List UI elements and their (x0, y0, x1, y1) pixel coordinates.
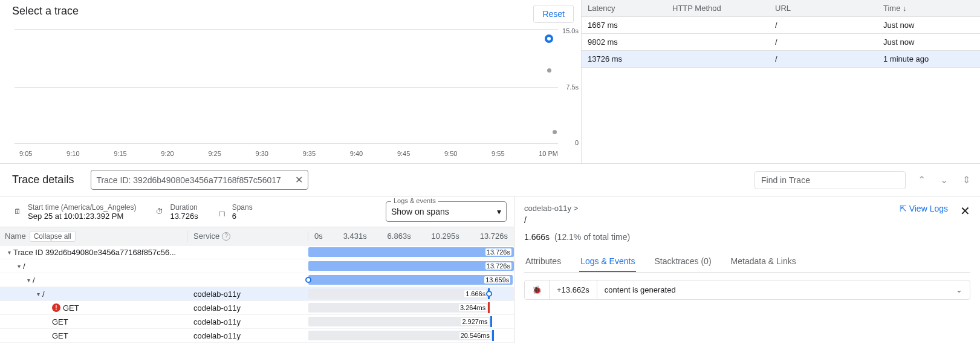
span-duration-bar[interactable]: 3.264ms (308, 303, 489, 313)
span-row[interactable]: ▾ /codelab-o11y1.666s (0, 287, 514, 301)
expand-icon[interactable]: ⇕ (960, 172, 973, 188)
span-name-text: GET (52, 331, 68, 340)
span-row[interactable]: ▾ /13.726s (0, 259, 514, 273)
tab-stacktraces[interactable]: Stacktraces (0) (653, 251, 712, 272)
span-name-text: Trace ID 392d6b49080e3456a77168f857c56..… (13, 248, 176, 257)
expand-toggle-icon[interactable]: ▾ (24, 277, 33, 284)
span-name-text: GET (52, 317, 68, 326)
chart-title: Select a trace (12, 5, 79, 18)
find-next-icon[interactable]: ⌄ (938, 172, 950, 188)
x-axis: 9:05 9:10 9:15 9:20 9:25 9:30 9:35 9:40 … (19, 150, 558, 157)
col-time[interactable]: Time ↓ (877, 4, 980, 13)
span-name-text: / (42, 290, 45, 299)
external-link-icon: ⇱ (900, 204, 907, 213)
col-http-method[interactable]: HTTP Method (666, 4, 769, 13)
y-axis-label: 15.0s (562, 27, 579, 34)
span-name-text: / (33, 276, 35, 285)
event-dot-icon (486, 291, 492, 297)
table-row[interactable]: 9802 ms / Just now (582, 34, 980, 51)
span-end-tick (490, 316, 492, 327)
trace-id-input[interactable]: Trace ID: 392d6b49080e3456a77168f857c560… (91, 170, 308, 190)
sort-arrow-down-icon: ↓ (903, 4, 907, 13)
find-prev-icon[interactable]: ⌃ (915, 172, 928, 188)
collapse-all-button[interactable]: Collapse all (30, 231, 76, 242)
span-row[interactable]: !GETcodelab-o11y3.264ms (0, 301, 514, 315)
span-end-tick (492, 330, 494, 341)
span-service: codelab-o11y (187, 303, 308, 313)
span-row[interactable]: ▾ Trace ID 392d6b49080e3456a77168f857c56… (0, 245, 514, 259)
spans-tree-icon: ┌┐ (216, 206, 227, 217)
reset-button[interactable]: Reset (533, 5, 574, 23)
chevron-down-icon[interactable]: ⌄ (949, 280, 970, 299)
log-message: content is generated (597, 280, 949, 299)
trace-point-selected[interactable] (545, 34, 553, 43)
col-latency[interactable]: Latency (582, 4, 666, 13)
span-details-panel: codelab-o11y > / ⇱ View Logs ✕ 1.666s (1… (514, 196, 980, 343)
span-duration-bar[interactable]: 13.726s (308, 247, 514, 257)
span-row[interactable]: GETcodelab-o11y2.927ms (0, 315, 514, 329)
span-service: codelab-o11y (187, 317, 308, 326)
help-icon[interactable]: ? (222, 232, 230, 241)
view-logs-link[interactable]: ⇱ View Logs (900, 204, 948, 213)
span-duration-percent: (12.1% of total time) (554, 232, 630, 242)
service-header[interactable]: Service (193, 232, 219, 241)
expand-toggle-icon[interactable]: ▾ (15, 263, 23, 270)
name-header[interactable]: Name (5, 232, 26, 241)
y-axis-label: 0 (575, 139, 579, 146)
bug-icon: 🐞 (525, 280, 550, 299)
event-dot-icon (305, 277, 311, 283)
trace-point[interactable] (547, 68, 551, 73)
clear-icon[interactable]: ✕ (295, 174, 303, 186)
span-name-text: / (23, 262, 25, 271)
table-row[interactable]: 1667 ms / Just now (582, 17, 980, 34)
span-duration-bar[interactable]: 13.659s (308, 275, 513, 285)
breadcrumb[interactable]: codelab-o11y > (524, 204, 900, 213)
find-in-trace-input[interactable]: Find in Trace (754, 171, 906, 189)
trace-scatter-chart[interactable]: Select a trace Reset 15.0s 7.5s 0 9:05 9… (0, 0, 581, 163)
span-row[interactable]: ▾ /13.659s (0, 273, 514, 287)
log-entry-row[interactable]: 🐞 +13.662s content is generated ⌄ (524, 280, 970, 300)
log-timestamp: +13.662s (550, 280, 597, 299)
expand-toggle-icon[interactable]: ▾ (5, 249, 13, 256)
span-duration-value: 1.666s (524, 232, 550, 242)
span-duration-bar[interactable]: 20.546ms (308, 331, 493, 340)
span-end-tick (488, 302, 490, 313)
span-name-text: GET (63, 303, 79, 313)
error-icon: ! (52, 303, 60, 312)
tab-logs-events[interactable]: Logs & Events (579, 251, 636, 272)
dropdown-arrow-icon: ▾ (497, 207, 501, 216)
tab-attributes[interactable]: Attributes (524, 251, 562, 272)
timeline-header: 0s 3.431s 6.863s 10.295s 13.726s (308, 232, 514, 241)
close-icon[interactable]: ✕ (960, 204, 970, 218)
span-service: codelab-o11y (187, 290, 308, 299)
col-url[interactable]: URL (769, 4, 877, 13)
span-duration-bar[interactable]: 1.666s (308, 289, 489, 299)
y-axis-label: 7.5s (566, 83, 579, 91)
table-row[interactable]: 13726 ms / 1 minute ago (582, 51, 980, 68)
calendar-icon: 🗓 (12, 206, 23, 217)
span-service: codelab-o11y (187, 331, 308, 340)
logs-events-select[interactable]: Logs & events Show on spans▾ (386, 201, 507, 222)
trace-details-title: Trace details (12, 173, 74, 186)
tab-metadata-links[interactable]: Metadata & Links (730, 251, 797, 272)
span-duration-bar[interactable]: 13.726s (308, 261, 514, 271)
span-name: / (524, 215, 900, 225)
trace-list-table: Latency HTTP Method URL Time ↓ 1667 ms /… (581, 0, 980, 163)
stopwatch-icon: ⏱ (154, 206, 165, 217)
trace-point[interactable] (553, 130, 557, 134)
span-duration-bar[interactable]: 2.927ms (308, 317, 492, 326)
expand-toggle-icon[interactable]: ▾ (34, 291, 42, 297)
span-row[interactable]: GETcodelab-o11y20.546ms (0, 329, 514, 343)
